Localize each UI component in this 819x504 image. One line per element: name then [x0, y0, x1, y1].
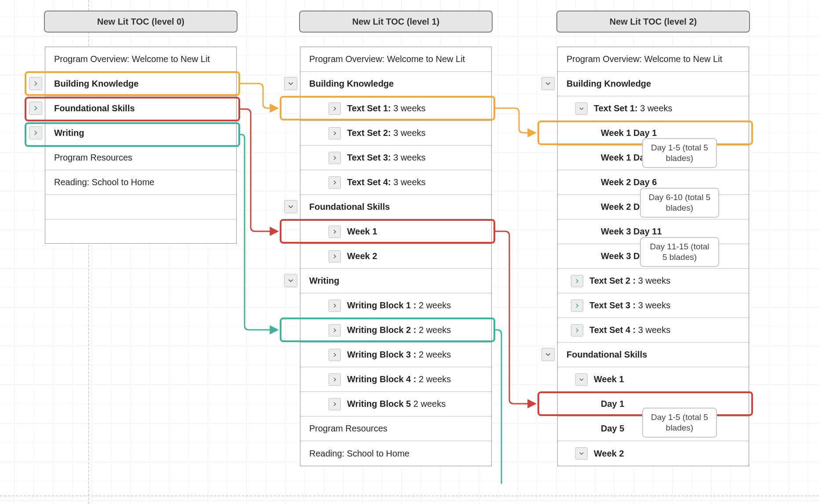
chevron-down-icon	[545, 80, 551, 87]
ts3-detail: 3 weeks	[636, 300, 670, 310]
row-text-set-3[interactable]: Text Set 3: 3 weeks	[300, 146, 491, 170]
resources-label: Program Resources	[54, 153, 132, 163]
expand-button[interactable]	[29, 126, 42, 139]
chevron-right-icon	[574, 328, 580, 333]
expand-button[interactable]	[329, 250, 341, 263]
chevron-right-icon	[574, 278, 580, 284]
chevron-right-icon	[574, 303, 580, 308]
collapse-button[interactable]	[541, 77, 555, 90]
row-building-knowledge[interactable]: Building Knowledge	[45, 72, 236, 96]
ts1-bold: Text Set 1:	[594, 103, 638, 113]
overview-label: Program Overview: Welcome to New Lit	[309, 54, 465, 64]
row-writing-block-2[interactable]: Writing Block 2 : 2 weeks	[300, 318, 491, 343]
foundational-label: Foundational Skills	[309, 202, 390, 212]
resources-label: Program Resources	[309, 424, 388, 434]
row-text-set-4[interactable]: Text Set 4: 3 weeks	[300, 170, 491, 195]
chevron-down-icon	[288, 80, 294, 87]
collapse-button[interactable]	[575, 447, 588, 460]
callout-day-6-10: Day 6-10 (total 5 blades)	[640, 188, 719, 218]
ts2-detail: 3 weeks	[391, 128, 426, 138]
ts3-bold: Text Set 3:	[347, 153, 391, 162]
expand-button[interactable]	[329, 324, 341, 336]
week-2-label: Week 2	[594, 449, 624, 459]
row-foundational-skills[interactable]: Foundational Skills	[558, 343, 749, 367]
chevron-right-icon	[33, 130, 39, 136]
reading-label: Reading: School to Home	[54, 177, 154, 187]
row-text-set-1[interactable]: Text Set 1: 3 weeks	[558, 96, 749, 121]
building-label: Building Knowledge	[54, 79, 139, 89]
row-reading-home: Reading: School to Home	[45, 170, 236, 195]
row-text-set-2[interactable]: Text Set 2 : 3 weeks	[558, 269, 749, 293]
callout-day-11-15: Day 11-15 (total 5 blades)	[640, 237, 719, 267]
row-week-2[interactable]: Week 2	[300, 244, 491, 269]
row-week-2[interactable]: Week 2	[558, 441, 749, 466]
collapse-button[interactable]	[284, 77, 297, 90]
expand-button[interactable]	[329, 226, 341, 238]
collapse-button[interactable]	[575, 102, 588, 115]
row-week-1[interactable]: Week 1	[558, 367, 749, 392]
expand-button[interactable]	[571, 324, 583, 336]
wb5-detail: 2 weeks	[411, 399, 446, 409]
row-overview: Program Overview: Welcome to New Lit	[300, 47, 491, 72]
ts3-detail: 3 weeks	[391, 153, 426, 162]
expand-button[interactable]	[329, 398, 341, 410]
row-text-set-4[interactable]: Text Set 4 : 3 weeks	[558, 318, 749, 343]
row-writing-block-3[interactable]: Writing Block 3 : 2 weeks	[300, 343, 491, 367]
row-text-set-1[interactable]: Text Set 1: 3 weeks	[300, 96, 491, 121]
w3d11-label: Week 3 Day 11	[601, 226, 662, 237]
row-writing-block-4[interactable]: Writing Block 4 : 2 weeks	[300, 367, 491, 392]
expand-button[interactable]	[329, 349, 341, 361]
header-level-1: New Lit TOC (level 1)	[299, 11, 493, 33]
row-foundational-skills[interactable]: Foundational Skills	[300, 195, 491, 219]
chevron-down-icon	[579, 451, 584, 456]
expand-button[interactable]	[329, 127, 341, 139]
collapse-button[interactable]	[284, 200, 297, 213]
collapse-button[interactable]	[284, 274, 297, 287]
row-writing-block-1[interactable]: Writing Block 1 : 2 weeks	[300, 293, 491, 318]
row-writing[interactable]: Writing	[45, 121, 236, 146]
chevron-right-icon	[332, 254, 337, 259]
expand-button[interactable]	[29, 102, 42, 115]
row-week-1[interactable]: Week 1	[300, 219, 491, 244]
row-writing[interactable]: Writing	[300, 269, 491, 293]
row-foundational-skills[interactable]: Foundational Skills	[45, 96, 236, 121]
ts3-bold: Text Set 3 :	[589, 300, 636, 310]
row-program-resources: Program Resources	[300, 416, 491, 441]
row-writing-block-5[interactable]: Writing Block 5 2 weeks	[300, 392, 491, 416]
foundational-label: Foundational Skills	[567, 350, 647, 360]
day-1-label: Day 1	[601, 399, 624, 409]
wb4-detail: 2 weeks	[416, 374, 451, 384]
expand-button[interactable]	[329, 299, 341, 312]
expand-button[interactable]	[329, 102, 341, 115]
foundational-label: Foundational Skills	[54, 103, 135, 113]
row-building-knowledge[interactable]: Building Knowledge	[558, 72, 749, 96]
expand-button[interactable]	[329, 176, 341, 189]
callout-fs-day-1-5: Day 1-5 (total 5 blades)	[642, 408, 717, 438]
collapse-button[interactable]	[575, 373, 588, 386]
chevron-down-icon	[288, 278, 294, 284]
row-text-set-3[interactable]: Text Set 3 : 3 weeks	[558, 293, 749, 318]
row-building-knowledge[interactable]: Building Knowledge	[300, 72, 491, 96]
chevron-right-icon	[332, 328, 337, 333]
expand-button[interactable]	[571, 299, 583, 312]
expand-button[interactable]	[329, 152, 341, 164]
w2d6-label: Week 2 Day 6	[601, 177, 657, 187]
ts2-bold: Text Set 2 :	[589, 276, 636, 285]
wb1-detail: 2 weeks	[416, 300, 451, 310]
wb1-bold: Writing Block 1 :	[347, 300, 416, 310]
collapse-button[interactable]	[541, 348, 555, 361]
expand-button[interactable]	[29, 77, 42, 90]
w1d1-label: Week 1 Day 1	[601, 128, 657, 138]
toc-level-1: Program Overview: Welcome to New Lit Bui…	[300, 47, 492, 466]
ts1-detail: 3 weeks	[391, 103, 426, 113]
header-level-0: New Lit TOC (level 0)	[44, 11, 238, 33]
chevron-right-icon	[33, 105, 39, 111]
expand-button[interactable]	[329, 373, 341, 386]
row-overview: Program Overview: Welcome to New Lit	[45, 47, 236, 72]
ts4-detail: 3 weeks	[391, 177, 426, 187]
chevron-right-icon	[332, 303, 337, 308]
expand-button[interactable]	[571, 275, 583, 287]
week-2-label: Week 2	[347, 251, 377, 261]
day-5-label: Day 5	[601, 424, 624, 434]
row-text-set-2[interactable]: Text Set 2: 3 weeks	[300, 121, 491, 146]
